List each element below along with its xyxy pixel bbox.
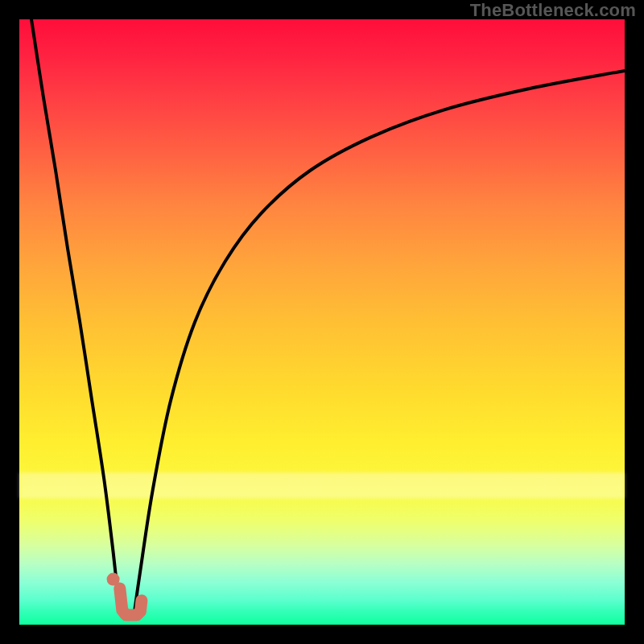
watermark-text: TheBottleneck.com (470, 0, 636, 21)
chart-frame: TheBottleneck.com (0, 0, 644, 644)
curve-layer (19, 19, 625, 625)
left-arm-curve (31, 19, 119, 606)
right-arm-curve (134, 71, 625, 613)
plot-area (19, 19, 625, 625)
